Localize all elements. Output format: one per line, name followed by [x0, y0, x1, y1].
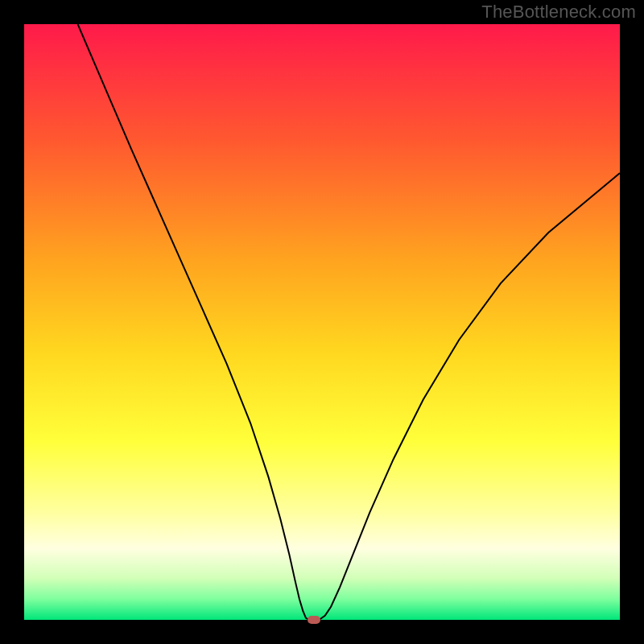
- gradient-background: [24, 24, 620, 620]
- attribution-text: TheBottleneck.com: [481, 2, 636, 23]
- optimum-marker: [308, 616, 320, 624]
- chart-container: TheBottleneck.com: [0, 0, 644, 644]
- plot-svg: [24, 24, 620, 620]
- plot-frame: [24, 24, 620, 620]
